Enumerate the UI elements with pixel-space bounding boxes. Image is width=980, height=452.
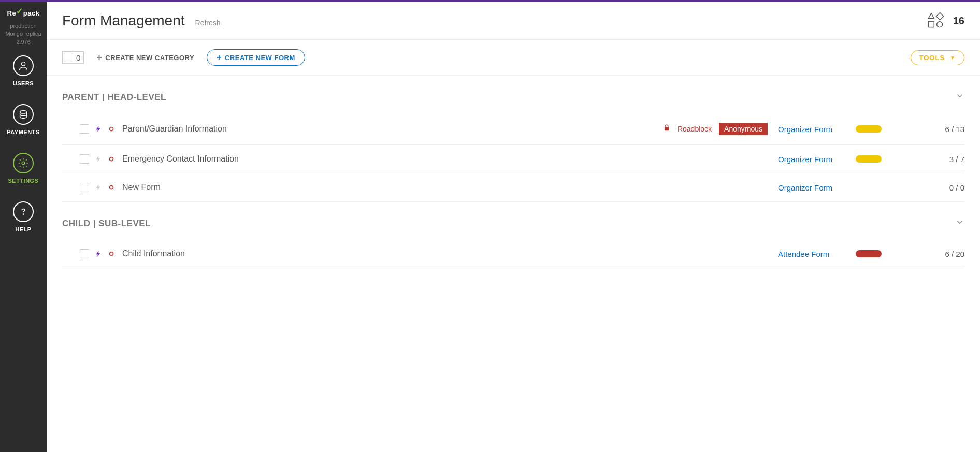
sidebar-item-users[interactable]: USERS [13,55,34,86]
user-icon [13,55,34,76]
progress-count: 6 / 13 [892,125,964,134]
tools-button[interactable]: TOOLS ▼ [911,50,964,65]
plus-icon: + [217,53,222,62]
mandatory-icon [108,184,115,191]
sidebar-item-help[interactable]: HELP [13,201,34,232]
shapes-icon[interactable] [926,11,945,30]
svg-point-3 [23,214,23,214]
form-name: Parent/Guardian Information [122,124,227,134]
row-checkbox[interactable] [80,124,89,134]
section-title: CHILD | SUB-LEVEL [62,218,151,229]
create-form-button[interactable]: + CREATE NEW FORM [207,49,305,66]
form-row[interactable]: Emergency Contact Information Organizer … [62,145,964,173]
env-line: Mongo replica [5,30,41,38]
logo-check-icon: ✓ [16,6,23,16]
progress-count: 0 / 0 [892,183,964,192]
form-type-link[interactable]: Organizer Form [778,183,845,192]
collapse-icon[interactable] [955,91,964,103]
sidebar-item-label: USERS [13,80,34,86]
section-child: CHILD | SUB-LEVEL Child Information Atte… [47,202,980,268]
env-label: production Mongo replica 2.976 [5,22,41,46]
svg-rect-5 [928,22,934,27]
form-type-link[interactable]: Attendee Form [778,250,845,258]
status-pill [856,250,882,257]
svg-point-2 [22,162,25,165]
trigger-icon [94,124,103,134]
form-row[interactable]: Child Information Attendee Form 6 / 20 [62,240,964,268]
selected-count: 0 [76,53,80,62]
svg-point-6 [936,22,942,27]
progress-count: 6 / 20 [892,250,964,258]
form-name: Child Information [122,249,185,258]
mandatory-icon [108,125,115,133]
toolbar: 0 + CREATE NEW CATEGORY + CREATE NEW FOR… [47,40,980,76]
status-pill [856,155,882,163]
trigger-icon [94,154,103,164]
sidebar-item-settings[interactable]: SETTINGS [8,153,38,184]
create-category-button[interactable]: + CREATE NEW CATEGORY [96,52,194,63]
mandatory-icon [108,250,115,257]
sidebar-item-label: PAYMENTS [7,129,39,135]
form-name: New Form [122,183,161,192]
section-parent: PARENT | HEAD-LEVEL Parent/Guardian Info… [47,76,980,202]
env-line: production [5,22,41,30]
sidebar-item-label: HELP [15,226,31,232]
collapse-icon[interactable] [955,217,964,229]
form-name: Emergency Contact Information [122,154,239,164]
row-checkbox[interactable] [80,154,89,164]
svg-point-10 [110,252,113,256]
svg-point-8 [110,157,113,161]
create-form-label: CREATE NEW FORM [225,54,295,62]
trigger-icon [94,183,103,192]
svg-point-0 [21,62,25,66]
svg-rect-4 [936,12,943,20]
svg-point-1 [20,111,27,114]
mandatory-icon [108,155,115,163]
refresh-link[interactable]: Refresh [195,19,221,27]
row-checkbox[interactable] [80,249,89,258]
sidebar: Re✓pack production Mongo replica 2.976 U… [0,2,47,452]
section-title: PARENT | HEAD-LEVEL [62,92,166,103]
form-count: 16 [953,15,964,27]
form-row[interactable]: Parent/Guardian Information Roadblock An… [62,113,964,145]
svg-point-7 [110,127,113,131]
plus-icon: + [96,52,102,63]
gear-icon [13,153,34,173]
sidebar-item-label: SETTINGS [8,178,38,184]
progress-count: 3 / 7 [892,155,964,164]
form-type-link[interactable]: Organizer Form [778,155,845,164]
roadblock-label: Roadblock [678,125,712,133]
form-type-link[interactable]: Organizer Form [778,125,845,134]
chevron-down-icon: ▼ [950,55,956,61]
help-icon [13,201,34,222]
env-line: 2.976 [5,38,41,46]
select-all-checkbox[interactable] [64,53,73,62]
tools-label: TOOLS [919,54,945,62]
status-pill [856,125,882,133]
create-category-label: CREATE NEW CATEGORY [105,54,194,62]
row-checkbox[interactable] [80,183,89,192]
form-row[interactable]: New Form Organizer Form 0 / 0 [62,173,964,202]
trigger-icon [94,249,103,258]
lock-icon [663,124,670,134]
status-pill [856,184,882,191]
select-all-box[interactable]: 0 [62,51,84,64]
logo: Re✓pack [7,8,40,18]
sidebar-item-payments[interactable]: PAYMENTS [7,104,39,135]
page-header: Form Management Refresh 16 [47,2,980,40]
main-content: Form Management Refresh 16 0 [47,2,980,452]
page-title: Form Management [62,12,185,29]
coins-icon [13,104,34,125]
anonymous-badge: Anonymous [719,123,768,135]
svg-point-9 [110,186,113,189]
